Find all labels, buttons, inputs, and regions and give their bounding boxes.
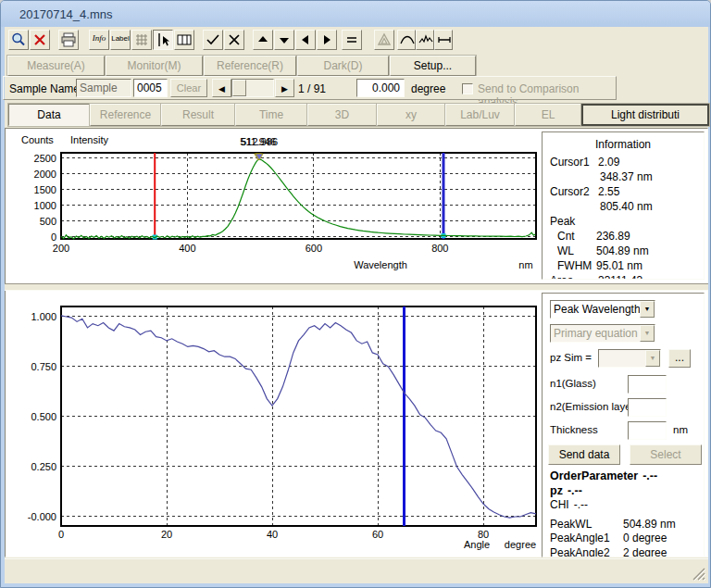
peak-wavelength-combo-value: Peak Wavelength <box>554 303 641 316</box>
select-button[interactable]: Select <box>630 444 702 465</box>
tab-lab-luv[interactable]: Lab/Luv <box>445 104 515 126</box>
svg-text:0.750: 0.750 <box>31 361 56 372</box>
thickness-unit-label: nm <box>673 424 688 435</box>
chevron-down-icon[interactable]: ▼ <box>640 325 655 342</box>
cancel-x-icon[interactable] <box>224 30 244 50</box>
label-icon-text: Label <box>111 34 130 43</box>
svg-text:600: 600 <box>306 243 322 254</box>
svg-text:20: 20 <box>161 529 172 540</box>
svg-text:0.500: 0.500 <box>31 411 56 422</box>
measure-bar-button-dark-d-[interactable]: Dark(D) <box>297 56 389 76</box>
noisy-curve-icon[interactable] <box>416 30 434 50</box>
info-icon-text: Info <box>90 33 108 43</box>
arrow-left-icon: ◀ <box>218 84 225 94</box>
svg-text:0.250: 0.250 <box>31 461 56 472</box>
tab-data[interactable]: Data <box>8 104 90 126</box>
svg-text:0: 0 <box>51 231 56 243</box>
information-row: FWHM95.01 nm <box>543 258 704 273</box>
angle-value-box: 0.000 <box>356 79 405 97</box>
title-bar[interactable]: 20170714_4.mns <box>1 1 711 27</box>
information-row: WL504.89 nm <box>543 244 704 258</box>
print-icon[interactable] <box>58 30 79 50</box>
information-panel: Information Cursor12.09348.37 nmCursor22… <box>542 131 705 280</box>
angle-unit-label: degree <box>411 82 445 95</box>
result-row: CHI-.-- <box>543 498 705 513</box>
arrow-left-icon[interactable] <box>295 30 316 50</box>
arrow-right-icon[interactable] <box>317 30 337 50</box>
comparison-checkbox[interactable] <box>462 83 473 94</box>
n2-emission-layer-input[interactable] <box>628 398 667 417</box>
nav-left-button[interactable]: ◀ <box>212 79 231 97</box>
chevron-down-icon[interactable]: ▼ <box>645 350 660 367</box>
information-row: Peak <box>543 214 704 229</box>
delete-icon[interactable] <box>30 30 50 50</box>
svg-text:Angle: Angle <box>464 539 490 550</box>
information-row: 805.40 nm <box>543 199 704 214</box>
svg-text:1500: 1500 <box>34 184 56 195</box>
thickness-input[interactable] <box>628 421 667 440</box>
arrow-down-icon[interactable] <box>274 30 294 50</box>
result-row: PeakAngle10 degree <box>543 532 705 546</box>
svg-text:500: 500 <box>40 216 56 227</box>
sample-name-input[interactable] <box>76 79 131 97</box>
information-row: Cursor22.55 <box>543 184 704 199</box>
baseline-icon[interactable] <box>434 30 453 50</box>
window-title: 20170714_4.mns <box>19 7 112 21</box>
send-data-button[interactable]: Send data <box>548 444 620 465</box>
chevron-down-icon[interactable]: ▼ <box>640 301 655 318</box>
measure-bar-button-reference-r-[interactable]: Reference(R) <box>204 56 296 76</box>
tab-xy[interactable]: xy <box>377 104 445 126</box>
information-rows: Cursor12.09348.37 nmCursor22.55805.40 nm… <box>543 155 704 280</box>
angle-chart[interactable]: 0204060801.0000.7500.5000.250-0.000Angle… <box>8 293 538 557</box>
information-title: Information <box>543 138 704 151</box>
information-row: Area33111.43 <box>543 273 704 280</box>
arrow-up-icon[interactable] <box>253 30 273 50</box>
information-row: Cnt236.89 <box>543 229 704 244</box>
zoom-icon[interactable] <box>8 30 29 50</box>
clear-button[interactable]: Clear <box>170 79 207 97</box>
peak-wavelength-combo[interactable]: Peak Wavelength ▼ <box>550 300 655 319</box>
sample-number-input[interactable] <box>133 79 168 97</box>
columns-icon[interactable] <box>174 30 194 50</box>
measure-bar-button-monitor-m-[interactable]: Monitor(M) <box>106 56 203 76</box>
svg-text:nm: nm <box>518 259 532 270</box>
primary-equation-combo-value: Primary equation <box>554 327 638 340</box>
slider-thumb[interactable] <box>232 80 246 96</box>
tab-time[interactable]: Time <box>235 104 307 126</box>
nav-right-button[interactable]: ▶ <box>275 79 294 97</box>
horizontal-separator <box>5 283 708 291</box>
label-icon[interactable]: Label <box>110 30 131 50</box>
measure-bar-button-setup-[interactable]: Setup... <box>390 56 476 76</box>
overlay-lines-icon[interactable] <box>342 30 362 50</box>
grid-icon[interactable] <box>131 30 152 50</box>
svg-text:2500: 2500 <box>34 153 56 164</box>
n1-glass-input[interactable] <box>628 375 667 394</box>
peak-triangle-icon <box>374 30 394 50</box>
sample-name-label: Sample Name <box>9 82 80 95</box>
spectrum-chart[interactable]: 20040060080005001000150020002500CountsIn… <box>8 131 538 282</box>
tab-el[interactable]: EL <box>515 104 581 126</box>
cursor-axis-icon[interactable] <box>153 30 173 50</box>
measure-bar-button-measure-a-[interactable]: Measure(A) <box>7 56 105 76</box>
svg-text:60: 60 <box>372 529 383 540</box>
tab-light-distributi[interactable]: Light distributi <box>581 104 709 126</box>
smooth-curve-icon[interactable] <box>397 30 416 50</box>
svg-text:40: 40 <box>267 529 278 540</box>
sample-bar: Sample Name Clear ◀ ▶ 1 / 91 0.000 degre… <box>3 76 617 100</box>
tab-reference[interactable]: Reference <box>90 104 161 126</box>
tab-3d[interactable]: 3D <box>307 104 377 126</box>
svg-text:800: 800 <box>431 243 448 254</box>
apply-check-icon[interactable] <box>203 30 223 50</box>
info-icon[interactable]: Info <box>89 30 109 50</box>
result-row: PeakAngle22 degree <box>543 546 705 558</box>
svg-text:512.986: 512.986 <box>241 136 278 147</box>
svg-text:2000: 2000 <box>34 169 56 180</box>
resize-grip-icon[interactable] <box>692 568 705 581</box>
pz-sim-combo[interactable]: ▼ <box>598 349 661 368</box>
position-slider[interactable] <box>231 79 274 97</box>
primary-equation-combo[interactable]: Primary equation ▼ <box>550 324 655 343</box>
tab-result[interactable]: Result <box>161 104 235 126</box>
information-row: Cursor12.09 <box>543 155 704 169</box>
svg-text:200: 200 <box>53 243 69 254</box>
more-button[interactable]: ... <box>668 349 691 368</box>
